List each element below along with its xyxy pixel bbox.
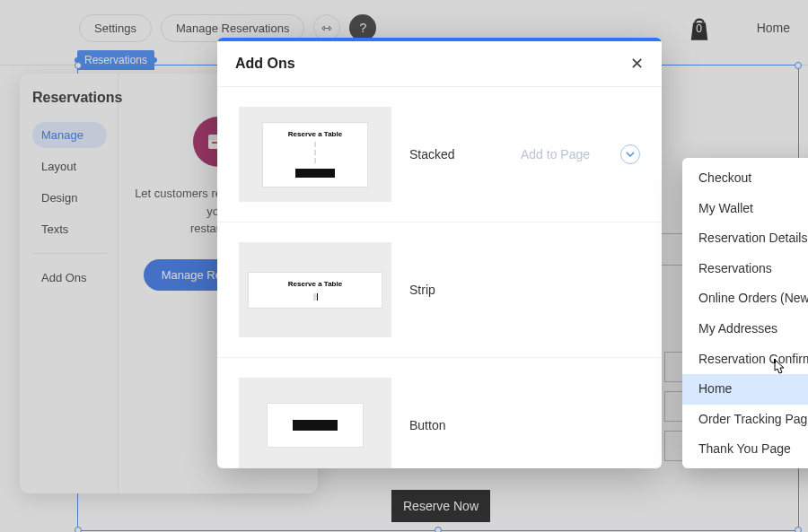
- dropdown-item[interactable]: Reservations: [682, 254, 808, 284]
- dropdown-item[interactable]: Online Orders (New): [682, 283, 808, 314]
- addon-preview-stacked: Reserve a Table: [239, 107, 391, 202]
- add-to-page-button[interactable]: Add to Page: [521, 147, 590, 161]
- addon-label: Button: [409, 418, 472, 432]
- dropdown-item[interactable]: Reservation Confirmation: [682, 344, 808, 375]
- dropdown-item[interactable]: Thank You Page: [682, 434, 808, 465]
- svg-rect-3: [774, 359, 776, 363]
- close-icon[interactable]: ✕: [630, 54, 644, 74]
- addon-row-stacked[interactable]: Reserve a Table Stacked Add to Page: [217, 87, 662, 222]
- dropdown-item[interactable]: Home: [682, 374, 808, 405]
- dropdown-item[interactable]: Checkout: [682, 163, 808, 194]
- addon-label: Stacked: [409, 147, 472, 161]
- addon-preview-strip: Reserve a Table: [239, 242, 391, 337]
- dropdown-item[interactable]: Order Tracking Page: [682, 405, 808, 435]
- chevron-down-icon[interactable]: [620, 144, 640, 164]
- dropdown-item[interactable]: Menus (New): [682, 465, 808, 468]
- mouse-cursor-icon: [771, 358, 787, 378]
- dropdown-item[interactable]: My Wallet: [682, 194, 808, 224]
- addon-label: Strip: [409, 283, 472, 297]
- dropdown-item[interactable]: My Addresses: [682, 314, 808, 344]
- dropdown-item[interactable]: Reservation Details: [682, 223, 808, 254]
- addon-preview-button: [239, 378, 391, 468]
- addon-row-strip[interactable]: Reserve a Table Strip: [217, 222, 662, 358]
- addon-row-button[interactable]: Button: [217, 358, 662, 468]
- addons-modal: Add Ons ✕ Reserve a Table Stacked Add to…: [217, 38, 662, 468]
- page-selector-dropdown: CheckoutMy WalletReservation DetailsRese…: [682, 158, 808, 468]
- modal-title: Add Ons: [235, 56, 295, 72]
